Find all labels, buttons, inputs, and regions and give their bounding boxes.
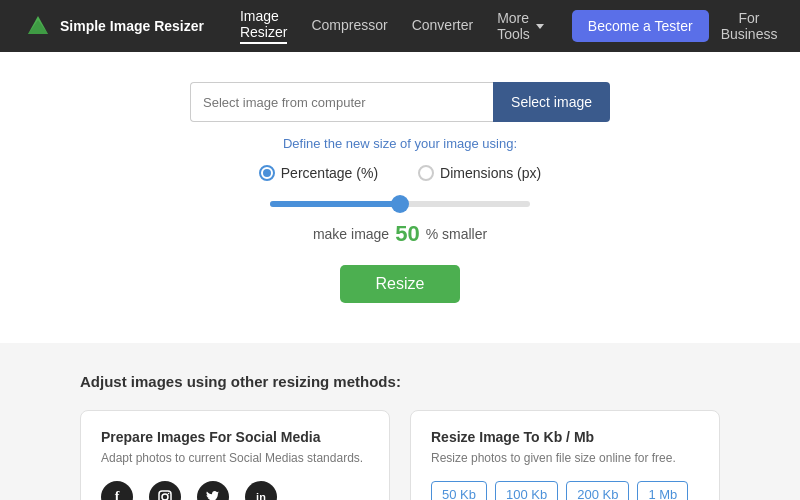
select-image-button[interactable]: Select image	[493, 82, 610, 122]
upload-row: Select image	[190, 82, 610, 122]
resize-kb-card: Resize Image To Kb / Mb Resize photos to…	[410, 410, 720, 500]
brand-icon	[24, 12, 52, 40]
brand-name: Simple Image Resizer	[60, 18, 204, 34]
nav-converter[interactable]: Converter	[412, 17, 473, 35]
nav-more-tools[interactable]: More Tools	[497, 10, 544, 42]
nav-actions: Become a Tester For Business	[572, 10, 778, 42]
btn-50kb[interactable]: 50 Kb	[431, 481, 487, 500]
radio-group: Percentage (%) Dimensions (px)	[259, 165, 541, 181]
bottom-title: Adjust images using other resizing metho…	[80, 373, 720, 390]
social-card-desc: Adapt photos to current Social Medias st…	[101, 451, 369, 465]
make-image-prefix: make image	[313, 226, 389, 242]
become-tester-button[interactable]: Become a Tester	[572, 10, 709, 42]
social-card-title: Prepare Images For Social Media	[101, 429, 369, 445]
social-media-card: Prepare Images For Social Media Adapt ph…	[80, 410, 390, 500]
percent-row: make image 50 % smaller	[313, 221, 487, 247]
percent-value: 50	[395, 221, 419, 247]
kb-buttons-row: 50 Kb 100 Kb 200 Kb 1 Mb	[431, 481, 699, 500]
kb-card-desc: Resize photos to given file size online …	[431, 451, 699, 465]
radio-dimensions[interactable]: Dimensions (px)	[418, 165, 541, 181]
for-business-button[interactable]: For Business	[721, 10, 778, 42]
slider-fill	[270, 201, 400, 207]
main-content: Select image Define the new size of your…	[0, 52, 800, 343]
svg-point-3	[162, 494, 168, 500]
file-input[interactable]	[190, 82, 493, 122]
svg-rect-2	[159, 491, 171, 500]
twitter-icon[interactable]	[197, 481, 229, 500]
radio-percentage-indicator	[259, 165, 275, 181]
social-icons-row: f in	[101, 481, 369, 500]
radio-percentage[interactable]: Percentage (%)	[259, 165, 378, 181]
svg-marker-1	[28, 20, 48, 34]
radio-dimensions-indicator	[418, 165, 434, 181]
slider-track	[270, 201, 530, 207]
slider-container	[270, 201, 530, 207]
slider-thumb[interactable]	[391, 195, 409, 213]
nav-image-resizer[interactable]: Image Resizer	[240, 8, 287, 44]
cards-row: Prepare Images For Social Media Adapt ph…	[80, 410, 720, 500]
nav-links: Image Resizer Compressor Converter More …	[240, 8, 544, 44]
percent-suffix: % smaller	[426, 226, 487, 242]
btn-200kb[interactable]: 200 Kb	[566, 481, 629, 500]
navbar: Simple Image Resizer Image Resizer Compr…	[0, 0, 800, 52]
svg-point-4	[168, 493, 170, 495]
chevron-down-icon	[536, 24, 544, 29]
resize-button[interactable]: Resize	[340, 265, 461, 303]
define-size-text: Define the new size of your image using:	[283, 136, 517, 151]
linkedin-icon[interactable]: in	[245, 481, 277, 500]
btn-1mb[interactable]: 1 Mb	[637, 481, 688, 500]
kb-card-title: Resize Image To Kb / Mb	[431, 429, 699, 445]
facebook-icon[interactable]: f	[101, 481, 133, 500]
bottom-section: Adjust images using other resizing metho…	[0, 343, 800, 500]
btn-100kb[interactable]: 100 Kb	[495, 481, 558, 500]
brand: Simple Image Resizer	[24, 12, 204, 40]
instagram-icon[interactable]	[149, 481, 181, 500]
nav-compressor[interactable]: Compressor	[311, 17, 387, 35]
